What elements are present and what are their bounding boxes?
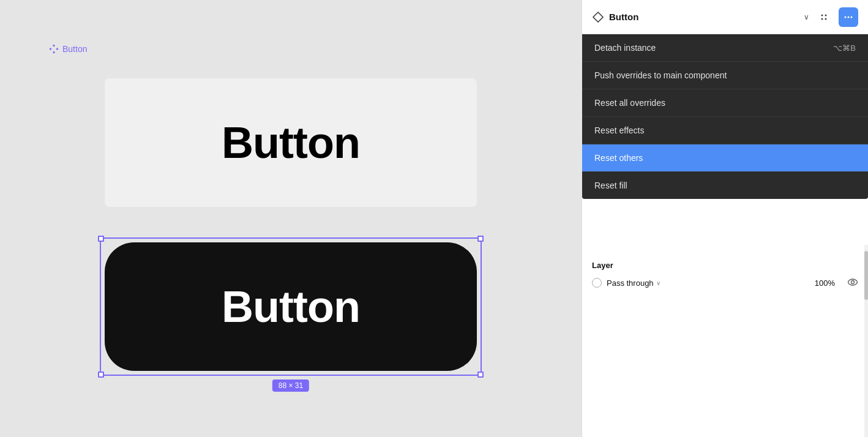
header-diamond-icon [592,11,604,23]
svg-point-4 [821,14,823,16]
menu-item-detach-label: Detach instance [594,43,656,53]
more-options-button[interactable] [839,7,858,27]
dropdown-menu: Detach instance ⌥⌘B Push overrides to ma… [582,34,868,199]
header-chevron-icon[interactable]: ∨ [804,13,809,21]
component-icon [49,44,59,54]
button-white-card: Button [105,78,477,207]
component-options-button[interactable] [814,7,834,27]
svg-rect-3 [53,51,55,53]
size-badge: 88 × 31 [272,379,309,392]
blend-mode-label: Pass through [607,278,654,288]
scrollbar-thumb[interactable] [864,251,868,300]
svg-point-10 [851,16,853,18]
menu-item-reset-all-label: Reset all overrides [594,98,665,108]
svg-point-5 [825,14,827,16]
panel-body: Layer Pass through ∨ 100% [582,242,868,301]
panel-title: Button [609,12,798,22]
component-label: Button [49,44,87,54]
button-white-text: Button [222,118,360,168]
svg-rect-2 [56,48,58,50]
menu-item-reset-effects[interactable]: Reset effects [582,117,868,144]
menu-item-reset-fill[interactable]: Reset fill [582,172,868,199]
svg-point-11 [851,281,855,284]
handle-bl [98,372,104,378]
scrollbar-track [864,245,868,437]
panel-header: Button ∨ [582,0,868,34]
header-actions [814,7,858,27]
canvas: Button Button Button 88 × 31 [0,0,582,437]
menu-item-reset-others[interactable]: Reset others [582,144,868,172]
blend-mode-icon [592,278,602,288]
menu-item-reset-all[interactable]: Reset all overrides [582,89,868,117]
svg-point-8 [845,16,847,18]
menu-item-reset-others-label: Reset others [594,153,643,163]
svg-point-7 [825,18,827,20]
right-panel: Button ∨ D [582,0,868,437]
layer-section: Layer Pass through ∨ 100% [592,261,858,288]
handle-br [477,372,484,378]
visibility-toggle[interactable] [847,277,858,288]
menu-item-push-overrides-label: Push overrides to main component [594,70,727,80]
button-black-text: Button [222,282,360,332]
svg-rect-1 [49,48,51,50]
blend-mode-chevron: ∨ [656,280,660,286]
blend-mode-selector[interactable]: Pass through ∨ [607,278,660,288]
menu-item-detach[interactable]: Detach instance ⌥⌘B [582,34,868,62]
menu-item-reset-effects-label: Reset effects [594,125,644,135]
svg-rect-0 [53,44,55,47]
button-black-wrapper: Button 88 × 31 [105,242,477,371]
svg-point-9 [848,16,850,18]
menu-item-reset-fill-label: Reset fill [594,181,627,190]
layer-section-title: Layer [592,261,858,270]
opacity-value: 100% [815,278,835,288]
handle-tl [98,236,104,242]
handle-tr [477,236,484,242]
button-black-card: Button [105,242,477,371]
svg-point-6 [821,18,823,20]
menu-item-push-overrides[interactable]: Push overrides to main component [582,62,868,89]
layer-row: Pass through ∨ 100% [592,277,858,288]
menu-item-detach-shortcut: ⌥⌘B [833,43,856,53]
component-label-text: Button [62,44,87,54]
